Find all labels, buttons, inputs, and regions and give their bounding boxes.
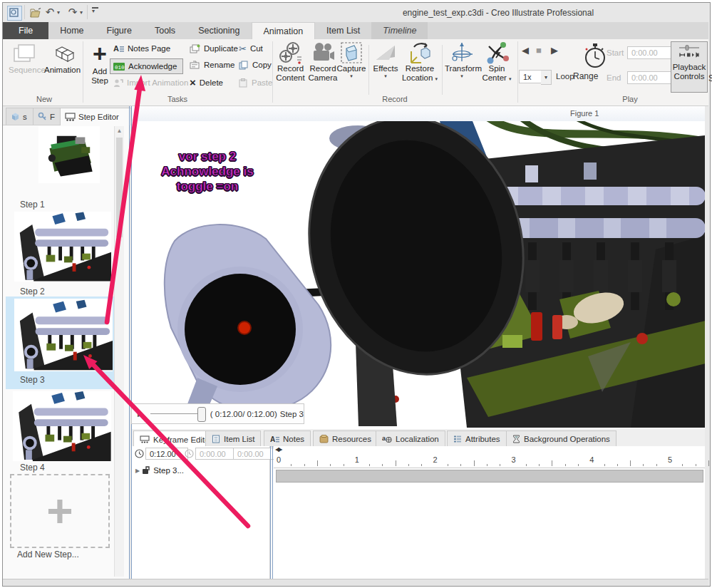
capture-button[interactable]: Capture ▾ — [336, 41, 366, 79]
tab-background-operations[interactable]: Background Operations — [506, 430, 616, 446]
scrubber-play-icon[interactable]: ▶ — [138, 409, 143, 418]
tab-notes[interactable]: A Notes — [264, 430, 311, 446]
copy-icon — [239, 61, 249, 70]
animation-icon — [49, 43, 75, 66]
notes-page-button[interactable]: A Notes Page — [113, 42, 170, 55]
keyframe-splitter[interactable] — [272, 446, 273, 579]
ribbon-tab-bar: File Home Figure Tools Sectioning Animat… — [3, 22, 708, 39]
copy-button[interactable]: Copy — [239, 58, 272, 71]
step-2-label[interactable]: Step 2 — [20, 287, 45, 296]
animation-button[interactable]: Animation — [44, 43, 80, 75]
ruler-tick — [500, 464, 500, 466]
tab-home[interactable]: Home — [48, 22, 95, 39]
tree-item-step3[interactable]: ▶ Step 3... — [135, 466, 184, 475]
effects-button[interactable]: Effects ▾ — [371, 41, 401, 79]
keyframe-splitter[interactable] — [270, 446, 271, 579]
undo-icon[interactable]: ↶ — [44, 5, 56, 19]
playhead-icon[interactable]: ◀▶ — [275, 446, 281, 453]
keyframe-end-field[interactable]: 0:00.00 — [233, 448, 274, 460]
add-step-button[interactable]: + Add Step — [87, 43, 113, 86]
app-icon[interactable] — [7, 6, 22, 21]
sequence-button[interactable]: Sequence — [9, 43, 40, 75]
ruler-label: 1 — [355, 455, 359, 464]
tab-item-list[interactable]: Item List — [315, 22, 371, 39]
cut-button[interactable]: ✂ Cut — [239, 42, 263, 55]
scrubber-thumb[interactable] — [197, 407, 206, 422]
redo-dropdown-icon[interactable]: ▾ — [80, 9, 83, 16]
step-1-thumbnail[interactable] — [38, 126, 100, 183]
clock-icon — [135, 449, 144, 458]
sidebar-tab-step-editor[interactable]: Step Editor — [60, 108, 131, 125]
play-icon[interactable]: ▶ — [551, 45, 558, 56]
step-3-thumbnail[interactable] — [14, 299, 113, 371]
tab-item-list-panel[interactable]: Item List — [205, 430, 261, 446]
window-title: engine_test_exp.c3di - Creo Illustrate P… — [384, 8, 612, 18]
step-4-thumbnail[interactable] — [13, 391, 111, 461]
restore-location-button[interactable]: Restore Location ▾ — [401, 41, 439, 83]
import-animation-button[interactable]: Import Animation — [113, 76, 188, 89]
step-1-label[interactable]: Step 1 — [20, 200, 45, 210]
tab-file[interactable]: File — [3, 22, 48, 39]
step-3-selected-row[interactable]: Step 3 — [6, 296, 115, 389]
tab-animation[interactable]: Animation — [252, 22, 316, 39]
add-new-step-plus-icon: + — [46, 490, 73, 532]
step-back-icon[interactable]: ◀ — [522, 45, 529, 56]
ruler-label: 0 — [277, 455, 281, 464]
record-camera-button[interactable]: Record Camera — [308, 41, 338, 83]
spin-center-icon — [484, 41, 510, 64]
loop-label[interactable]: Loop — [556, 72, 574, 81]
tab-tools[interactable]: Tools — [143, 22, 187, 39]
ribbon-divider — [83, 41, 83, 103]
keyframe-time-field[interactable]: 0:00.00 — [195, 448, 238, 460]
timeline-track-bar[interactable] — [276, 470, 703, 483]
start-time-field[interactable]: 0:00.00 — [627, 46, 676, 59]
playback-controls-button[interactable]: Playback Controls — [671, 41, 708, 93]
capture-icon — [340, 41, 363, 64]
step-2-thumbnail[interactable] — [14, 212, 111, 282]
tab-figure[interactable]: Figure — [96, 22, 143, 39]
stop-icon[interactable]: ■ — [536, 45, 542, 56]
step-3-label[interactable]: Step 3 — [20, 375, 45, 385]
rename-button[interactable]: Rename — [190, 58, 234, 71]
spin-center-button[interactable]: Spin Center ▾ — [479, 41, 515, 83]
scrubber-slider[interactable] — [150, 404, 204, 423]
range-stopwatch-icon[interactable] — [582, 42, 608, 69]
ruler-tick — [565, 464, 566, 466]
end-time-field[interactable]: 0:00.00 — [627, 71, 676, 84]
acknowledge-button[interactable]: 010 Acknowledge — [110, 58, 183, 74]
add-new-step-box[interactable]: + — [10, 474, 110, 548]
speed-dropdown-icon[interactable]: ▾ — [541, 70, 552, 85]
step-4-label[interactable]: Step 4 — [20, 463, 45, 473]
paste-button[interactable]: Paste — [239, 76, 272, 89]
ruler-tick — [330, 464, 331, 466]
qat-customize-icon[interactable]: ▾ — [92, 7, 100, 13]
scrollbar-thumb[interactable] — [116, 138, 123, 237]
duplicate-button[interactable]: Duplicate — [190, 42, 238, 55]
tab-sectioning[interactable]: Sectioning — [187, 22, 251, 39]
step-duration-field[interactable]: 0:12.00 — [145, 448, 188, 460]
svg-text:010: 010 — [115, 64, 125, 70]
add-new-step-label[interactable]: Add New Step... — [17, 550, 79, 559]
tab-resources[interactable]: Resources — [313, 430, 378, 446]
duplicate-icon — [190, 44, 200, 53]
notes-page-icon: A — [113, 44, 124, 53]
sidebar-tab-figures[interactable]: F — [33, 108, 61, 125]
scroll-up-icon[interactable]: ▲ — [115, 126, 124, 136]
restore-location-dropdown-icon: ▾ — [435, 76, 438, 81]
undo-dropdown-icon[interactable]: ▾ — [57, 9, 60, 16]
delete-button[interactable]: × Delete — [190, 76, 223, 89]
playback-controls-icon — [676, 44, 702, 58]
timeline-ruler[interactable]: 012345 — [274, 453, 705, 468]
expander-icon[interactable]: ▶ — [135, 468, 140, 474]
clock-icon-gray — [185, 449, 194, 458]
tab-localization[interactable]: a Localization — [376, 430, 445, 446]
tab-attributes[interactable]: Attributes — [447, 430, 507, 446]
open-file-icon[interactable] — [29, 6, 43, 19]
redo-icon[interactable]: ↷ — [67, 5, 78, 19]
sidebar-tab-structure[interactable]: s — [6, 108, 34, 125]
transform-button[interactable]: Transform ▾ — [445, 41, 479, 79]
panel-splitter[interactable] — [129, 106, 130, 579]
record-content-button[interactable]: Record Content — [274, 41, 307, 83]
step-list-scrollbar[interactable]: ▲ — [114, 126, 124, 577]
tab-timeline[interactable]: Timeline — [371, 22, 428, 39]
